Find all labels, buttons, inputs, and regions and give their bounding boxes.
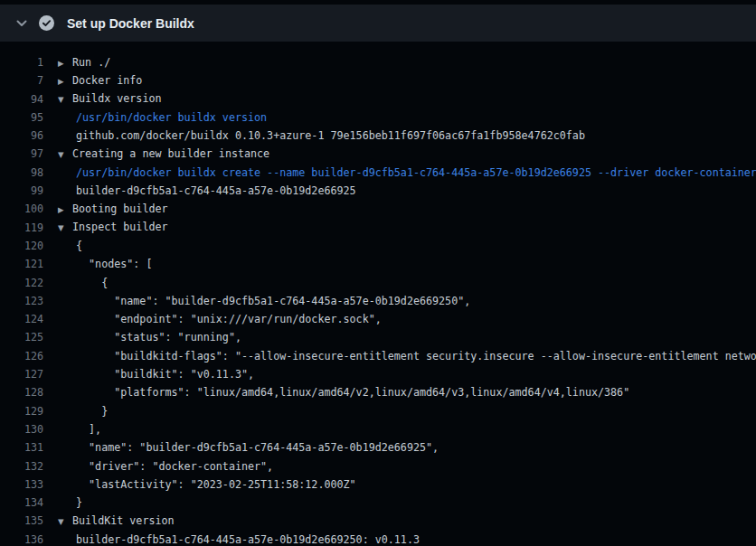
- output-text: "lastActivity": "2023-02-25T11:58:12.000…: [58, 475, 356, 494]
- group-label: Run ./: [72, 56, 110, 69]
- group-header: ▼BuildKit version: [58, 512, 175, 530]
- line-number[interactable]: 130: [0, 420, 43, 438]
- output-text: }: [58, 402, 108, 420]
- log-line[interactable]: 135▼BuildKit version: [0, 512, 756, 530]
- command-text: /usr/bin/docker buildx create --name bui…: [58, 164, 756, 182]
- line-number[interactable]: 95: [0, 108, 43, 127]
- log-line: 95/usr/bin/docker buildx version: [0, 108, 756, 127]
- line-number[interactable]: 99: [0, 182, 43, 200]
- output-text: "name": "builder-d9cfb5a1-c764-445a-a57e…: [58, 438, 439, 457]
- log-line[interactable]: 94▼Buildx version: [0, 90, 756, 108]
- triangle-down-icon[interactable]: ▼: [58, 146, 72, 164]
- log-line: 128 "platforms": "linux/amd64,linux/amd6…: [0, 383, 756, 401]
- group-header: ▼Inspect builder: [58, 219, 168, 237]
- log-line: 132 "driver": "docker-container",: [0, 457, 756, 475]
- command-text: /usr/bin/docker buildx version: [58, 108, 267, 127]
- line-number[interactable]: 127: [0, 365, 43, 383]
- output-text: "buildkitd-flags": "--allow-insecure-ent…: [58, 347, 756, 365]
- line-number[interactable]: 121: [0, 255, 43, 273]
- output-text: "endpoint": "unix:///var/run/docker.sock…: [58, 310, 382, 328]
- group-label: Booting builder: [72, 202, 168, 215]
- triangle-down-icon[interactable]: ▼: [58, 90, 72, 108]
- log-line: 126 "buildkitd-flags": "--allow-insecure…: [0, 347, 756, 365]
- line-number[interactable]: 122: [0, 274, 43, 292]
- log-line: 131 "name": "builder-d9cfb5a1-c764-445a-…: [0, 438, 756, 457]
- log-line: 120{: [0, 237, 756, 255]
- line-number[interactable]: 129: [0, 402, 43, 420]
- step-header[interactable]: Set up Docker Buildx: [0, 5, 756, 42]
- line-number[interactable]: 125: [0, 328, 43, 346]
- line-number[interactable]: 100: [0, 200, 43, 218]
- output-text: {: [58, 237, 82, 255]
- line-number[interactable]: 132: [0, 457, 43, 475]
- group-label: BuildKit version: [72, 514, 175, 527]
- log-line: 125 "status": "running",: [0, 328, 756, 346]
- group-label: Docker info: [72, 74, 142, 87]
- log-line: 127 "buildkit": "v0.11.3",: [0, 365, 756, 383]
- log-line: 130 ],: [0, 420, 756, 438]
- line-number[interactable]: 131: [0, 438, 43, 457]
- line-number[interactable]: 98: [0, 164, 43, 182]
- line-number[interactable]: 133: [0, 475, 43, 494]
- log-line: 123 "name": "builder-d9cfb5a1-c764-445a-…: [0, 292, 756, 310]
- step-title: Set up Docker Buildx: [67, 16, 194, 31]
- log-line: 122 {: [0, 274, 756, 292]
- output-text: }: [58, 494, 82, 512]
- log-line[interactable]: 100▶Booting builder: [0, 200, 756, 218]
- triangle-down-icon[interactable]: ▼: [58, 513, 72, 531]
- line-number[interactable]: 126: [0, 347, 43, 365]
- line-number[interactable]: 1: [0, 53, 43, 71]
- triangle-right-icon[interactable]: ▶: [58, 72, 72, 90]
- log-line: 124 "endpoint": "unix:///var/run/docker.…: [0, 310, 756, 328]
- log-line[interactable]: 97▼Creating a new builder instance: [0, 145, 756, 163]
- output-text: github.com/docker/buildx 0.10.3+azure-1 …: [58, 127, 585, 145]
- output-text: "name": "builder-d9cfb5a1-c764-445a-a57e…: [58, 292, 470, 310]
- line-number[interactable]: 94: [0, 90, 43, 108]
- group-header: ▶Booting builder: [58, 200, 168, 218]
- line-number[interactable]: 135: [0, 512, 43, 530]
- group-label: Creating a new builder instance: [72, 147, 269, 160]
- output-text: "driver": "docker-container",: [58, 457, 273, 475]
- triangle-down-icon[interactable]: ▼: [58, 219, 72, 237]
- group-header: ▼Creating a new builder instance: [58, 145, 269, 163]
- line-number[interactable]: 124: [0, 310, 43, 328]
- group-header: ▶Docker info: [58, 71, 142, 89]
- chevron-down-icon[interactable]: [15, 17, 28, 30]
- log-lines: 1▶Run ./7▶Docker info94▼Buildx version95…: [0, 53, 756, 546]
- group-label: Buildx version: [72, 92, 162, 105]
- line-number[interactable]: 120: [0, 237, 43, 255]
- group-label: Inspect builder: [72, 221, 168, 233]
- line-number[interactable]: 96: [0, 127, 43, 145]
- check-circle-icon: [39, 15, 54, 31]
- line-number[interactable]: 136: [0, 531, 43, 546]
- output-text: ],: [58, 420, 101, 438]
- log-line: 133 "lastActivity": "2023-02-25T11:58:12…: [0, 475, 756, 494]
- log-line: 96github.com/docker/buildx 0.10.3+azure-…: [0, 127, 756, 145]
- line-number[interactable]: 134: [0, 494, 43, 512]
- log-line: 134}: [0, 494, 756, 512]
- line-number[interactable]: 7: [0, 71, 43, 89]
- triangle-right-icon[interactable]: ▶: [58, 54, 72, 72]
- log-line: 99builder-d9cfb5a1-c764-445a-a57e-0b19d2…: [0, 182, 756, 200]
- output-text: "status": "running",: [58, 328, 241, 346]
- output-text: builder-d9cfb5a1-c764-445a-a57e-0b19d2e6…: [58, 182, 356, 200]
- group-header: ▼Buildx version: [58, 90, 162, 108]
- line-number[interactable]: 123: [0, 292, 43, 310]
- actions-log-viewer: { "header": { "title": "Set up Docker Bu…: [0, 0, 756, 546]
- line-number[interactable]: 97: [0, 145, 43, 163]
- output-text: "platforms": "linux/amd64,linux/amd64/v2…: [58, 383, 629, 401]
- line-number[interactable]: 119: [0, 219, 43, 237]
- triangle-right-icon[interactable]: ▶: [58, 201, 72, 219]
- output-text: builder-d9cfb5a1-c764-445a-a57e-0b19d2e6…: [58, 531, 420, 546]
- output-text: {: [58, 274, 108, 292]
- output-text: "buildkit": "v0.11.3",: [58, 365, 254, 383]
- log-line: 129 }: [0, 402, 756, 420]
- line-number[interactable]: 128: [0, 383, 43, 401]
- log-line[interactable]: 1▶Run ./: [0, 53, 756, 71]
- log-line[interactable]: 7▶Docker info: [0, 71, 756, 89]
- group-header: ▶Run ./: [58, 53, 110, 71]
- log-line: 98/usr/bin/docker buildx create --name b…: [0, 164, 756, 182]
- log-line: 121 "nodes": [: [0, 255, 756, 273]
- log-line: 136builder-d9cfb5a1-c764-445a-a57e-0b19d…: [0, 531, 756, 546]
- log-line[interactable]: 119▼Inspect builder: [0, 219, 756, 237]
